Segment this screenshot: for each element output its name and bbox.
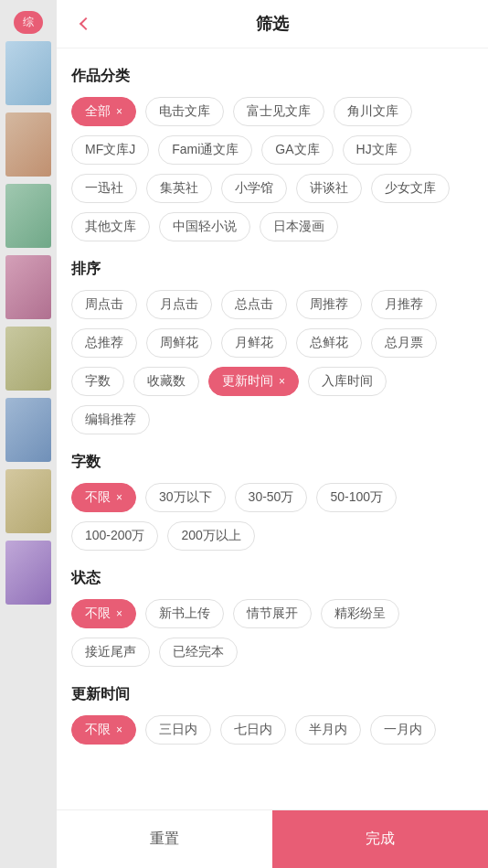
tag-item[interactable]: 一迅社 [71, 174, 137, 203]
filter-title: 筛选 [256, 13, 289, 35]
tag-item[interactable]: 总推荐 [71, 328, 137, 358]
tag-item[interactable]: 周推荐 [296, 290, 362, 319]
tag-item[interactable]: MF文库J [71, 135, 149, 165]
sort-tags: 周点击月点击总点击周推荐月推荐总推荐周鲜花月鲜花总鲜花总月票字数收藏数更新时间×… [71, 290, 473, 434]
tag-item[interactable]: 30-50万 [235, 483, 308, 512]
tag-item[interactable]: 一月内 [370, 715, 436, 745]
update-time-title: 更新时间 [71, 685, 473, 704]
tag-item[interactable]: 收藏数 [133, 367, 199, 396]
tag-item[interactable]: 精彩纷呈 [321, 599, 399, 628]
word-count-title: 字数 [71, 453, 473, 472]
category-title: 作品分类 [71, 67, 473, 86]
tag-item[interactable]: 总鲜花 [296, 328, 362, 358]
tag-item[interactable]: 少女文库 [371, 174, 450, 203]
tag-item[interactable]: 周点击 [71, 290, 137, 319]
sidebar-cover-5 [5, 327, 51, 391]
status-title: 状态 [71, 569, 473, 588]
tag-item[interactable]: 七日内 [220, 715, 286, 745]
sort-section: 排序 周点击月点击总点击周推荐月推荐总推荐周鲜花月鲜花总鲜花总月票字数收藏数更新… [71, 260, 473, 434]
tag-item[interactable]: 50-100万 [316, 483, 397, 512]
tag-close-icon[interactable]: × [116, 491, 122, 504]
reset-button[interactable]: 重置 [57, 810, 272, 868]
tag-item[interactable]: 编辑推荐 [71, 405, 150, 434]
tag-item[interactable]: 情节展开 [233, 599, 312, 628]
update-time-tags: 不限×三日内七日内半月内一月内 [71, 715, 473, 745]
tag-item[interactable]: 中国轻小说 [159, 212, 250, 241]
sidebar-background: 综 [0, 0, 57, 868]
tag-item[interactable]: Fami通文库 [158, 135, 252, 165]
tag-item[interactable]: 新书上传 [145, 599, 224, 628]
tag-item[interactable]: 月鲜花 [221, 328, 287, 358]
word-count-tags: 不限×30万以下30-50万50-100万100-200万200万以上 [71, 483, 473, 551]
tag-item[interactable]: 不限× [71, 483, 136, 512]
status-tags: 不限×新书上传情节展开精彩纷呈接近尾声已经完本 [71, 599, 473, 667]
sidebar-cover-4 [5, 255, 51, 319]
filter-content: 作品分类 全部×电击文库富士见文库角川文库MF文库JFami通文库GA文库HJ文… [57, 48, 488, 809]
tag-close-icon[interactable]: × [116, 723, 122, 736]
tag-item[interactable]: 不限× [71, 599, 136, 628]
tag-item[interactable]: 总月票 [371, 328, 437, 358]
tag-item[interactable]: 月推荐 [371, 290, 437, 319]
sidebar-cover-1 [5, 41, 51, 105]
tag-item[interactable]: 200万以上 [167, 521, 254, 551]
tag-item[interactable]: 其他文库 [71, 212, 150, 241]
word-count-section: 字数 不限×30万以下30-50万50-100万100-200万200万以上 [71, 453, 473, 551]
tag-close-icon[interactable]: × [116, 607, 122, 620]
tag-item[interactable]: 更新时间× [208, 367, 299, 396]
tag-item[interactable]: 接近尾声 [71, 638, 150, 667]
tag-item[interactable]: 入库时间 [308, 367, 387, 396]
tag-item[interactable]: 日本漫画 [260, 212, 338, 241]
tag-item[interactable]: 不限× [71, 715, 136, 745]
tag-item[interactable]: 讲谈社 [296, 174, 362, 203]
tag-item[interactable]: 30万以下 [145, 483, 226, 512]
filter-footer: 重置 完成 [57, 809, 488, 868]
filter-header: 筛选 [57, 0, 488, 48]
sidebar-cover-7 [5, 469, 51, 533]
sidebar-selected-tag: 综 [14, 11, 43, 34]
category-section: 作品分类 全部×电击文库富士见文库角川文库MF文库JFami通文库GA文库HJ文… [71, 67, 473, 241]
tag-item[interactable]: 已经完本 [159, 638, 238, 667]
tag-item[interactable]: 总点击 [221, 290, 287, 319]
sidebar-cover-6 [5, 398, 51, 462]
confirm-button[interactable]: 完成 [272, 810, 488, 868]
tag-item[interactable]: 富士见文库 [233, 97, 324, 126]
back-button[interactable] [71, 11, 97, 37]
tag-item[interactable]: 100-200万 [71, 521, 158, 551]
tag-item[interactable]: 全部× [71, 97, 136, 126]
tag-item[interactable]: 角川文库 [334, 97, 412, 126]
update-time-section: 更新时间 不限×三日内七日内半月内一月内 [71, 685, 473, 745]
status-section: 状态 不限×新书上传情节展开精彩纷呈接近尾声已经完本 [71, 569, 473, 667]
tag-close-icon[interactable]: × [116, 105, 122, 118]
tag-item[interactable]: 电击文库 [145, 97, 224, 126]
sidebar-cover-8 [5, 541, 51, 605]
tag-item[interactable]: GA文库 [261, 135, 333, 165]
tag-item[interactable]: 周鲜花 [146, 328, 212, 358]
filter-panel: 筛选 作品分类 全部×电击文库富士见文库角川文库MF文库JFami通文库GA文库… [57, 0, 488, 868]
tag-item[interactable]: 字数 [71, 367, 124, 396]
back-chevron-icon [80, 17, 92, 30]
sort-title: 排序 [71, 260, 473, 279]
category-tags: 全部×电击文库富士见文库角川文库MF文库JFami通文库GA文库HJ文库一迅社集… [71, 97, 473, 241]
tag-item[interactable]: 三日内 [145, 715, 211, 745]
tag-item[interactable]: 集英社 [146, 174, 212, 203]
tag-close-icon[interactable]: × [279, 375, 285, 388]
tag-item[interactable]: HJ文库 [343, 135, 411, 165]
tag-item[interactable]: 半月内 [295, 715, 361, 745]
tag-item[interactable]: 月点击 [146, 290, 212, 319]
sidebar-cover-2 [5, 113, 51, 177]
sidebar-cover-3 [5, 184, 51, 248]
tag-item[interactable]: 小学馆 [221, 174, 287, 203]
